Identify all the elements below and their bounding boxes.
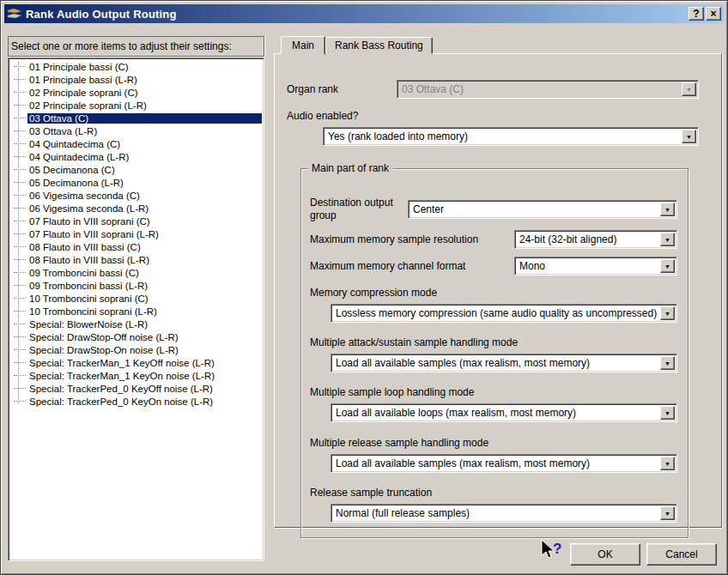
tree-dash <box>14 375 26 376</box>
audio-enabled-select[interactable]: Yes (rank loaded into memory) ▼ <box>323 127 699 146</box>
list-item[interactable]: 02 Principale soprani (L-R) <box>14 99 262 112</box>
groupbox-title: Main part of rank <box>308 162 392 174</box>
dialog-window: Rank Audio Output Routing ? × Select one… <box>0 0 728 575</box>
ok-button[interactable]: OK <box>570 543 640 566</box>
tab-rank-bass-routing[interactable]: Rank Bass Routing <box>325 37 433 54</box>
release-truncation-select[interactable]: Normal (full release samples) ▼ <box>331 504 677 523</box>
max-memory-sample-resolution-select[interactable]: 24-bit (32-bit aligned) ▼ <box>514 230 677 249</box>
list-item[interactable]: 06 Vigesima seconda (C) <box>14 189 262 202</box>
close-button[interactable]: × <box>706 7 721 21</box>
list-item-label: 06 Vigesima seconda (L-R) <box>27 203 262 214</box>
list-item-label: 01 Principale bassi (C) <box>27 62 262 72</box>
list-item-label: 09 Tromboncini bassi (L-R) <box>27 281 262 291</box>
loop-mode-label: Multiple sample loop handling mode <box>310 386 677 398</box>
rank-list[interactable]: 01 Principale bassi (C)01 Principale bas… <box>8 58 264 561</box>
tree-dash <box>14 401 26 402</box>
chevron-down-icon: ▼ <box>682 82 696 96</box>
list-item[interactable]: 10 Tromboncini soprani (C) <box>14 292 262 305</box>
list-item-label: 06 Vigesima seconda (C) <box>27 191 262 201</box>
help-cursor: ? <box>540 539 566 563</box>
tree-dash <box>14 362 26 363</box>
memory-compression-mode-label: Memory compression mode <box>310 287 677 299</box>
destination-output-group-select[interactable]: Center ▼ <box>408 200 677 219</box>
list-item-label: Special: DrawStop-Off noise (L-R) <box>27 332 262 342</box>
list-item[interactable]: 04 Quintadecima (L-R) <box>14 150 262 163</box>
list-item[interactable]: 01 Principale bassi (C) <box>14 60 262 73</box>
loop-mode-select[interactable]: Load all available loops (max realism, m… <box>331 403 677 422</box>
tree-dash <box>14 233 26 234</box>
list-item-label: Special: BlowerNoise (L-R) <box>27 319 262 330</box>
organ-rank-select: 03 Ottava (C) ▼ <box>397 80 699 99</box>
tree-dash <box>14 66 26 67</box>
audio-enabled-label: Audio enabled? <box>287 110 699 122</box>
list-item-label: 05 Decimanona (L-R) <box>27 178 262 188</box>
tree-dash <box>14 105 26 106</box>
list-item[interactable]: 02 Principale soprani (C) <box>14 86 262 99</box>
list-item[interactable]: 03 Ottava (L-R) <box>14 124 262 137</box>
chevron-down-icon: ▼ <box>660 203 675 216</box>
list-item-label: 05 Decimanona (C) <box>27 165 262 175</box>
list-item[interactable]: 03 Ottava (C) <box>14 112 262 124</box>
tree-dash <box>14 130 26 131</box>
list-item[interactable]: Special: TrackerPed_0 KeyOff noise (L-R) <box>14 382 262 395</box>
list-item[interactable]: 07 Flauto in VIII soprani (C) <box>14 215 262 227</box>
list-item[interactable]: 09 Tromboncini bassi (L-R) <box>14 279 262 292</box>
organ-rank-label: Organ rank <box>287 83 397 95</box>
tree-dash <box>14 118 26 118</box>
list-item[interactable]: Special: DrawStop-Off noise (L-R) <box>14 330 262 343</box>
list-item-label: 03 Ottava (L-R) <box>27 126 262 136</box>
tree-dash <box>14 349 26 350</box>
list-item[interactable]: 05 Decimanona (L-R) <box>14 176 262 189</box>
tree-dash <box>14 298 26 299</box>
list-item[interactable]: Special: TrackerPed_0 KeyOn noise (L-R) <box>14 395 262 408</box>
max-memory-channel-format-select[interactable]: Mono ▼ <box>514 257 677 275</box>
attack-sustain-mode-label: Multiple attack/sustain sample handling … <box>310 336 677 348</box>
list-item[interactable]: 05 Decimanona (C) <box>14 163 262 176</box>
list-item[interactable]: 08 Flauto in VIII bassi (L-R) <box>14 253 262 266</box>
list-item[interactable]: 08 Flauto in VIII bassi (C) <box>14 240 262 253</box>
release-mode-select[interactable]: Load all available samples (max realism,… <box>331 454 677 473</box>
list-item[interactable]: 09 Tromboncini bassi (C) <box>14 266 262 279</box>
list-item[interactable]: Special: BlowerNoise (L-R) <box>14 318 262 330</box>
tab-page-main: Organ rank 03 Ottava (C) ▼ Audio enabled… <box>274 53 722 528</box>
list-item-label: 10 Tromboncini soprani (C) <box>27 294 262 304</box>
chevron-down-icon: ▼ <box>682 130 696 143</box>
tree-dash <box>14 272 26 273</box>
tree-dash <box>14 324 26 324</box>
chevron-down-icon: ▼ <box>660 457 675 470</box>
list-item[interactable]: Special: TrackerMan_1 KeyOn noise (L-R) <box>14 369 262 382</box>
chevron-down-icon: ▼ <box>660 506 675 520</box>
tree-dash <box>14 259 26 260</box>
list-item[interactable]: Special: TrackerMan_1 KeyOff noise (L-R) <box>14 356 262 369</box>
tree-dash <box>14 156 26 157</box>
list-item[interactable]: 04 Quintadecima (C) <box>14 137 262 150</box>
tree-dash <box>14 92 26 93</box>
tree-dash <box>14 336 26 337</box>
memory-compression-mode-select[interactable]: Lossless memory compression (same audio … <box>331 304 677 323</box>
chevron-down-icon: ▼ <box>660 356 675 370</box>
destination-output-group-label: Destination output group <box>310 197 408 222</box>
tree-dash <box>14 182 26 183</box>
tree-dash <box>14 221 26 221</box>
list-item-label: 03 Ottava (C) <box>27 113 262 124</box>
list-item-label: 02 Principale soprani (L-R) <box>27 100 262 111</box>
list-item-label: 07 Flauto in VIII soprani (C) <box>27 216 262 227</box>
help-button[interactable]: ? <box>689 7 704 21</box>
tab-main[interactable]: Main <box>281 36 325 55</box>
release-mode-label: Multiple release sample handling mode <box>310 437 677 449</box>
title-bar[interactable]: Rank Audio Output Routing ? × <box>4 4 724 23</box>
list-item[interactable]: 06 Vigesima seconda (L-R) <box>14 202 262 215</box>
list-item-label: Special: TrackerMan_1 KeyOff noise (L-R) <box>27 358 262 368</box>
list-item[interactable]: 01 Principale bassi (L-R) <box>14 73 262 86</box>
list-item-label: 07 Flauto in VIII soprani (L-R) <box>27 229 262 239</box>
chevron-down-icon: ▼ <box>660 233 675 246</box>
attack-sustain-mode-select[interactable]: Load all available samples (max realism,… <box>331 354 677 372</box>
tree-dash <box>14 208 26 209</box>
list-item[interactable]: Special: DrawStop-On noise (L-R) <box>14 343 262 356</box>
cancel-button[interactable]: Cancel <box>646 543 717 566</box>
release-truncation-label: Release sample truncation <box>310 487 677 499</box>
list-item[interactable]: 07 Flauto in VIII soprani (L-R) <box>14 227 262 240</box>
list-item[interactable]: 10 Tromboncini soprani (L-R) <box>14 305 262 318</box>
tree-dash <box>14 79 26 80</box>
list-item-label: Special: DrawStop-On noise (L-R) <box>27 345 262 355</box>
